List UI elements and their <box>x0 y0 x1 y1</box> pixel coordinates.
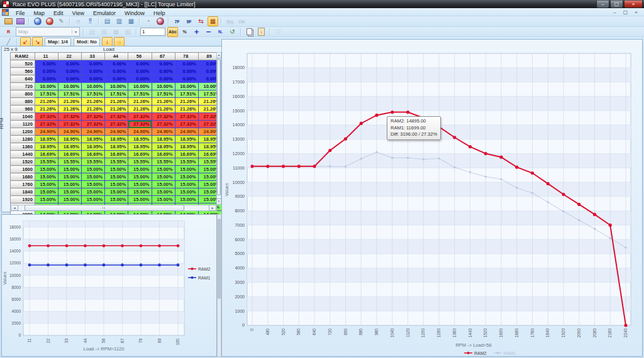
close-button[interactable]: × <box>624 1 643 8</box>
row-header-960[interactable]: 960 <box>11 106 35 113</box>
cell-1120-56[interactable]: 27.32% <box>128 121 152 128</box>
percent-mode-icon[interactable]: % <box>179 27 190 37</box>
col-header-78[interactable]: 78 <box>175 53 198 60</box>
cell-1280-67[interactable]: 18.95% <box>152 136 175 143</box>
cell-960-11[interactable]: 21.26% <box>35 106 58 113</box>
sphere-blue-icon[interactable] <box>32 16 43 26</box>
menu-help[interactable]: Help <box>149 10 170 16</box>
cell-560-44[interactable]: 0.00% <box>105 68 128 75</box>
col-header-56[interactable]: 56 <box>128 53 152 60</box>
cell-1680-67[interactable]: 15.00% <box>152 173 175 181</box>
cell-520-33[interactable]: 0.00% <box>82 60 105 68</box>
cell-640-67[interactable]: 0.00% <box>152 75 175 83</box>
cell-800-22[interactable]: 17.51% <box>58 90 82 98</box>
cell-640-78[interactable]: 0.00% <box>175 75 198 83</box>
cell-960-44[interactable]: 21.26% <box>105 106 128 113</box>
cell-1280-78[interactable]: 18.95% <box>175 136 198 143</box>
increase-icon[interactable]: + <box>191 27 202 37</box>
cell-1840-33[interactable]: 15.00% <box>82 188 105 196</box>
cell-1360-78[interactable]: 18.95% <box>175 143 198 151</box>
cell-1200-67[interactable]: 24.90% <box>152 128 175 136</box>
cell-1920-67[interactable]: 15.00% <box>152 196 175 203</box>
row-header-640[interactable]: 640 <box>11 75 35 83</box>
cell-1760-44[interactable]: 15.00% <box>105 181 128 188</box>
cell-520-78[interactable]: 0.00% <box>175 60 198 68</box>
cell-720-22[interactable]: 10.00% <box>58 83 82 90</box>
cell-1760-22[interactable]: 15.00% <box>58 181 82 188</box>
cell-1360-67[interactable]: 18.95% <box>152 143 175 151</box>
paste-icon[interactable]: ↓ <box>256 27 267 37</box>
window-cascade-icon[interactable]: ▥ <box>114 16 125 26</box>
cell-1280-33[interactable]: 18.95% <box>82 136 105 143</box>
cell-560-22[interactable]: 0.00% <box>58 68 82 75</box>
scroll-right-icon[interactable]: ► <box>209 205 216 211</box>
cell-1120-44[interactable]: 27.32% <box>105 121 128 128</box>
recalc-icon[interactable]: ↺ <box>227 27 238 37</box>
load-cut-chart[interactable]: 0200040006000800010000120001400016000180… <box>2 215 216 356</box>
horizontal-scroll-thumb[interactable] <box>25 205 184 211</box>
cell-1200-11[interactable]: 24.90% <box>35 128 58 136</box>
cell-1760-67[interactable]: 15.00% <box>152 181 175 188</box>
window-split-icon[interactable]: ▦ <box>126 16 136 26</box>
cell-800-44[interactable]: 17.51% <box>105 90 128 98</box>
cell-1760-78[interactable]: 15.00% <box>175 181 198 188</box>
cell-1680-56[interactable]: 15.00% <box>128 173 152 181</box>
cell-1920-33[interactable]: 15.00% <box>82 196 105 203</box>
cell-800-67[interactable]: 17.51% <box>152 90 175 98</box>
row-header-1520[interactable]: 1520 <box>11 158 35 166</box>
mdi-close-button[interactable]: × <box>632 9 640 15</box>
cell-1520-33[interactable]: 15.55% <box>82 158 105 166</box>
cell-880-33[interactable]: 21.26% <box>82 98 105 106</box>
left-pane-scroll-thumb[interactable] <box>218 219 221 299</box>
mod-status[interactable]: Mod: No <box>74 38 100 46</box>
cell-1600-78[interactable]: 15.00% <box>175 166 198 173</box>
cell-1040-44[interactable]: 27.32% <box>105 113 128 121</box>
cell-560-78[interactable]: 0.00% <box>175 68 198 75</box>
menu-map[interactable]: Map <box>30 10 50 16</box>
cell-1680-44[interactable]: 15.00% <box>105 173 128 181</box>
map-counter[interactable]: Map: 1/4 <box>45 38 71 46</box>
cell-1600-56[interactable]: 15.00% <box>128 166 152 173</box>
row-header-1600[interactable]: 1600 <box>11 166 35 173</box>
cell-1600-67[interactable]: 15.00% <box>152 166 175 173</box>
cell-1440-78[interactable]: 16.69% <box>175 151 198 158</box>
row-header-880[interactable]: 880 <box>11 98 35 106</box>
cell-1280-11[interactable]: 18.95% <box>35 136 58 143</box>
cell-720-11[interactable]: 10.00% <box>35 83 58 90</box>
cell-1680-78[interactable]: 15.00% <box>175 173 198 181</box>
copy-icon[interactable] <box>244 27 255 37</box>
cell-1360-56[interactable]: 18.95% <box>128 143 152 151</box>
cell-880-56[interactable]: 21.26% <box>128 98 152 106</box>
col-header-22[interactable]: 22 <box>58 53 82 60</box>
cell-1440-44[interactable]: 16.69% <box>105 151 128 158</box>
restore-button[interactable]: ▢ <box>610 1 623 8</box>
cell-1440-22[interactable]: 16.69% <box>58 151 82 158</box>
cell-1760-56[interactable]: 15.00% <box>128 181 152 188</box>
open-file-icon[interactable] <box>3 16 14 26</box>
cell-1600-33[interactable]: 15.00% <box>82 166 105 173</box>
row-header-1840[interactable]: 1840 <box>11 188 35 196</box>
cell-1840-78[interactable]: 15.00% <box>175 188 198 196</box>
cell-800-56[interactable]: 17.51% <box>128 90 152 98</box>
cell-880-11[interactable]: 21.26% <box>35 98 58 106</box>
cell-880-22[interactable]: 21.26% <box>58 98 82 106</box>
cell-800-78[interactable]: 17.51% <box>175 90 198 98</box>
mdi-minimize-button[interactable]: – <box>611 9 619 15</box>
cell-1280-22[interactable]: 18.95% <box>58 136 82 143</box>
cell-1040-78[interactable]: 27.32% <box>175 113 198 121</box>
scroll-left-icon[interactable]: ◄ <box>11 205 18 211</box>
cell-520-56[interactable]: 0.00% <box>128 60 152 68</box>
cell-1520-44[interactable]: 15.55% <box>105 158 128 166</box>
cell-640-22[interactable]: 0.00% <box>58 75 82 83</box>
rpm-cut-chart[interactable]: 0100020003000400050006000700080009000100… <box>222 40 642 356</box>
cell-1360-11[interactable]: 18.95% <box>35 143 58 151</box>
menu-file[interactable]: File <box>11 10 30 16</box>
row-header-800[interactable]: 800 <box>11 90 35 98</box>
cell-1440-67[interactable]: 16.69% <box>152 151 175 158</box>
cell-1120-67[interactable]: 27.32% <box>152 121 175 128</box>
row-header-1920[interactable]: 1920 <box>11 196 35 203</box>
cell-560-56[interactable]: 0.00% <box>128 68 152 75</box>
pen-tool-icon[interactable]: ✎ <box>56 16 67 26</box>
cell-1360-22[interactable]: 18.95% <box>58 143 82 151</box>
cell-1840-44[interactable]: 15.00% <box>105 188 128 196</box>
